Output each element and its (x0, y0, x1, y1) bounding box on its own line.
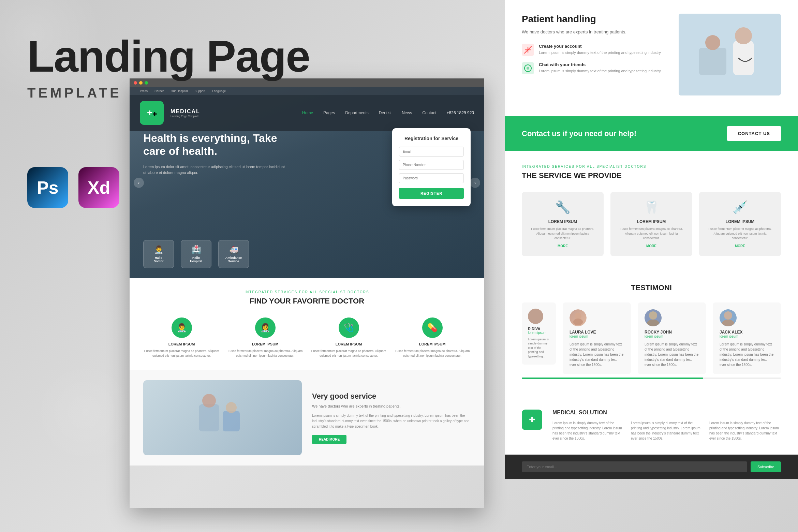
service-image (143, 380, 302, 455)
nav-brand-text: MEDICAL Landing Page Template (171, 108, 200, 118)
nav-links: Home Pages Departments Dentist News Cont… (302, 110, 436, 115)
testimonial-title: TESTIMONI (522, 283, 781, 292)
patient-feature-2: Chat with your friends Lorem ipsum is si… (522, 62, 665, 74)
nav-contact[interactable]: Contact (422, 110, 436, 115)
doctor-icon-3: 🩺 (339, 317, 359, 338)
create-account-icon (522, 44, 534, 56)
service-more-2[interactable]: MORE (617, 244, 685, 248)
form-email-input[interactable] (399, 147, 464, 157)
feature-2-title: Chat with your friends (539, 62, 662, 67)
partial-name: R DIVA (528, 327, 550, 331)
svg-point-22 (724, 311, 732, 320)
feature-hallo-hospital: 🏥 Hallo Hospital (181, 240, 211, 268)
patient-content: Patient handling We have doctors who are… (522, 14, 665, 80)
service-grid: Very good service We have doctors who ar… (143, 380, 471, 455)
contact-us-button[interactable]: CONTACT US (727, 126, 781, 141)
footer-email-input[interactable] (522, 461, 747, 472)
service-title: Very good service (312, 392, 471, 401)
feature-2-desc: Lorem ipsum is simply dummy text of the … (539, 69, 662, 74)
services-panel: INTEGRATED SERVICES FOR ALL SPECIALIST D… (505, 151, 798, 270)
partial-text: Lorem ipsum is simply dummy text of the … (528, 337, 550, 359)
service-card-desc-1: Fusce fermentum placerat magna ac pharet… (529, 227, 597, 241)
main-mockup: Press Career Our Hospital Support Langua… (130, 78, 484, 508)
patient-doctor-illustration (679, 14, 781, 95)
logo-cross-icon: ✚ (147, 108, 157, 118)
doctor-name-2: LOREM IPSUM (227, 342, 304, 346)
doctors-title: FIND YOUR FAVORITE DOCTOR (143, 297, 471, 306)
hero-headline: Health is everything, Take care of healt… (143, 132, 286, 158)
service-more-1[interactable]: MORE (529, 244, 597, 248)
testimonial-avatar-3 (720, 309, 737, 326)
carousel-prev-arrow[interactable]: ‹ (134, 178, 144, 188)
avatar-1-svg (571, 311, 585, 325)
testi-text-1: Lorem ipsum is simply dummy text of the … (570, 342, 624, 367)
service-subtitle: We have doctors who are experts in treat… (312, 404, 471, 408)
medical-solution-section: ✚ MEDICAL SOLUTION Lorem ipsum is simply… (505, 396, 798, 455)
nav-logo: ✚ (140, 101, 164, 125)
right-panel: Patient handling We have doctors who are… (505, 0, 798, 532)
registration-form: Registration for Service REGISTER (392, 128, 471, 206)
feature-hallo-doctor: 👨‍⚕️ Hallo Doctor (143, 240, 174, 268)
dentist-illustration (192, 390, 253, 445)
service-card-name-1: LOREM IPSUM (529, 219, 597, 224)
nav-dentist[interactable]: Dentist (379, 110, 391, 115)
contact-banner-text: Contact us if you need our help! (522, 129, 636, 138)
doctor-icon-2: 👩‍⚕️ (255, 317, 276, 338)
medical-logo: ✚ (522, 410, 542, 430)
svg-rect-0 (199, 404, 219, 431)
patient-handling-section: Patient handling We have doctors who are… (505, 0, 798, 116)
footer-subscribe-button[interactable]: Subscribe (751, 461, 781, 472)
form-password-input[interactable] (399, 173, 464, 183)
read-more-button[interactable]: READ MORE (312, 435, 346, 444)
service-description: Lorem ipsum is simply dummy text of the … (312, 413, 471, 429)
service-card-name-2: LOREM IPSUM (617, 219, 685, 224)
service-more-3[interactable]: MORE (706, 244, 774, 248)
patient-image (679, 14, 781, 95)
decorative-circle-2 (34, 361, 136, 464)
doctors-section: INTEGRATED SERVICES FOR ALL SPECIALIST D… (130, 278, 484, 370)
doctor-name-4: LOREM IPSUM (394, 342, 471, 346)
testi-name-3: JACK ALEX (720, 330, 774, 335)
medical-cols: Lorem ipsum is simply dummy text of the … (552, 420, 781, 441)
adobexd-icon: Xd (78, 167, 119, 208)
chat-icon (522, 62, 534, 74)
testimonial-row: R DIVA lorem ipsum Lorem ipsum is simply… (522, 302, 781, 374)
svg-point-3 (226, 402, 237, 413)
testi-role-3: lorem ipsum (720, 335, 774, 338)
nav-pages[interactable]: Pages (323, 110, 335, 115)
svg-point-19 (649, 311, 657, 320)
feature-ambulance: 🚑 Ambulance Service (218, 240, 249, 268)
form-phone-input[interactable] (399, 160, 464, 170)
service-section: Very good service We have doctors who ar… (130, 370, 484, 466)
svg-point-17 (573, 319, 583, 325)
doctor-icon: 👨‍⚕️ (150, 245, 167, 254)
partial-role: lorem ipsum (528, 331, 550, 335)
testimonial-card-1: LAURA LOVE lorem ipsum Lorem ipsum is si… (563, 302, 631, 374)
doctor-desc-4: Fusce fermentum placerat magna ac pharet… (394, 349, 471, 358)
testi-text-2: Lorem ipsum is simply dummy text of the … (645, 342, 699, 367)
register-button[interactable]: REGISTER (399, 188, 464, 199)
feature-1-desc: Lorem ipsum is simply dummy text of the … (539, 50, 662, 55)
testimonial-partial: R DIVA lorem ipsum Lorem ipsum is simply… (522, 302, 556, 365)
carousel-next-arrow[interactable]: › (470, 178, 480, 188)
nav-departments[interactable]: Departments (345, 110, 369, 115)
doctor-card-3: 🩺 LOREM IPSUM Fusce fermentum placerat m… (310, 317, 387, 358)
service-content: Very good service We have doctors who ar… (312, 392, 471, 444)
nav-news[interactable]: News (402, 110, 412, 115)
med-col-1: Lorem ipsum is simply dummy text of the … (552, 420, 624, 441)
form-title: Registration for Service (399, 136, 464, 141)
services-panel-title: THE SERVICE WE PROVIDE (522, 171, 781, 180)
service-card-icon-1: 🔧 (529, 200, 597, 215)
hero-description: Lorem ipsum dolor sit amet, consectetur … (143, 164, 286, 176)
partial-avatar (528, 309, 543, 324)
doctor-desc-2: Fusce fermentum placerat magna ac pharet… (227, 349, 304, 358)
avatar-3-svg (720, 309, 737, 326)
testi-name-2: ROCKY JOHN (645, 330, 699, 335)
doctor-card-1: 👨‍⚕️ LOREM IPSUM Fusce fermentum placera… (143, 317, 220, 358)
nav-home[interactable]: Home (302, 110, 313, 115)
svg-point-13 (735, 27, 752, 44)
doctor-card-2: 👩‍⚕️ LOREM IPSUM Fusce fermentum placera… (227, 317, 304, 358)
med-col-2: Lorem ipsum is simply dummy text of the … (631, 420, 703, 441)
service-card-2: 🦷 LOREM IPSUM Fusce fermentum placerat m… (610, 192, 692, 256)
testimonial-progress (522, 378, 781, 379)
